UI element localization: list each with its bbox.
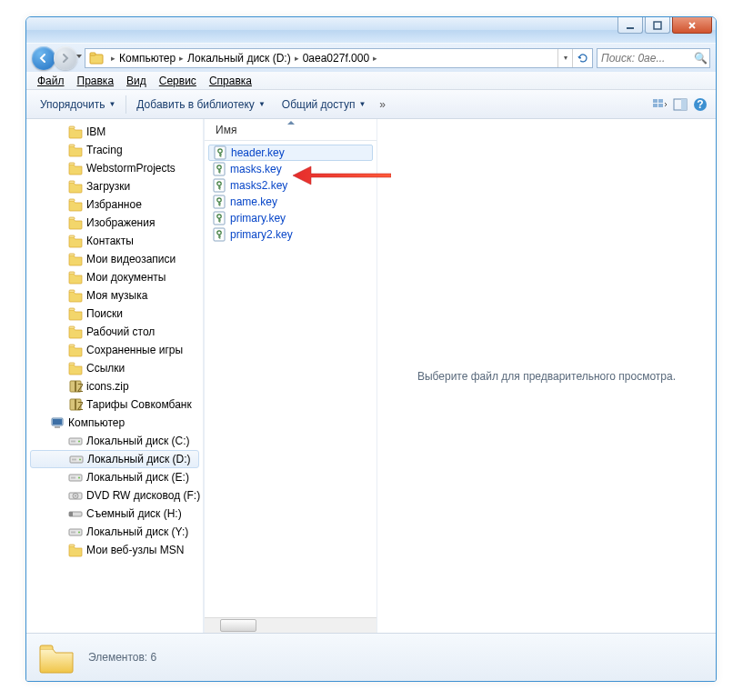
svg-point-22 xyxy=(78,441,80,443)
toolbar-overflow[interactable]: » xyxy=(374,98,391,111)
key-file-icon xyxy=(212,162,226,176)
tree-item-tracing[interactable]: Tracing xyxy=(26,141,203,159)
tree-item-мои-видеозаписи[interactable]: Мои видеозаписи xyxy=(26,250,203,268)
key-file-icon xyxy=(212,227,226,242)
maximize-button[interactable] xyxy=(645,17,670,34)
tree-item-компьютер[interactable]: Компьютер xyxy=(26,414,203,432)
tree-item-поиски[interactable]: Поиски xyxy=(26,305,203,323)
tree-item-тарифы-совкомбанк[interactable]: ZIPТарифы Совкомбанк xyxy=(26,395,203,414)
refresh-button[interactable] xyxy=(572,49,592,67)
forward-button[interactable] xyxy=(54,46,77,70)
add-to-library-button[interactable]: Добавить в библиотеку▼ xyxy=(128,94,273,115)
tree-item-локальный-диск-d-[interactable]: Локальный диск (D:) xyxy=(30,450,199,468)
tree-item-локальный-диск-e-[interactable]: Локальный диск (E:) xyxy=(26,468,203,486)
titlebar xyxy=(26,17,716,43)
tree-item-локальный-диск-y-[interactable]: Локальный диск (Y:) xyxy=(26,523,203,541)
search-box[interactable]: 🔍 xyxy=(597,48,710,68)
breadcrumb-folder[interactable]: 0aea027f.000▸ xyxy=(301,49,379,67)
address-dropdown[interactable]: ▾ xyxy=(557,49,572,67)
tree-item-icons-zip[interactable]: ZIPicons.zip xyxy=(26,377,203,395)
folder-pic-icon xyxy=(68,215,83,230)
drive-icon xyxy=(68,434,83,448)
menu-file[interactable]: Файл xyxy=(32,73,70,89)
breadcrumb-computer[interactable]: Компьютер▸ xyxy=(117,49,186,67)
zip-icon: ZIP xyxy=(68,397,83,412)
body: IBMTracingWebstormProjectsЗагрузкиИзбран… xyxy=(26,119,716,634)
file-primary2-key[interactable]: primary2.key xyxy=(205,226,377,243)
tree-item-загрузки[interactable]: Загрузки xyxy=(26,177,203,195)
share-button[interactable]: Общий доступ▼ xyxy=(274,94,375,115)
file-primary-key[interactable]: primary.key xyxy=(205,210,377,226)
status-text: Элементов: 6 xyxy=(88,651,156,664)
menu-tools[interactable]: Сервис xyxy=(154,73,202,89)
horizontal-scrollbar[interactable] xyxy=(205,617,377,633)
drive-icon xyxy=(69,452,84,466)
file-masks2-key[interactable]: masks2.key xyxy=(205,177,377,194)
navigation-tree[interactable]: IBMTracingWebstormProjectsЗагрузкиИзбран… xyxy=(26,119,203,633)
nav-buttons xyxy=(32,46,79,70)
tree-item-webstormprojects[interactable]: WebstormProjects xyxy=(26,159,203,177)
dvd-icon xyxy=(68,488,83,503)
back-button[interactable] xyxy=(32,46,55,70)
nav-history-dropdown[interactable] xyxy=(76,55,82,58)
svg-rect-16 xyxy=(75,399,76,410)
svg-rect-29 xyxy=(71,477,75,479)
svg-rect-20 xyxy=(55,426,60,428)
preview-pane-button[interactable] xyxy=(670,95,690,115)
tree-item-рабочий-стол[interactable]: Рабочий стол xyxy=(26,323,203,341)
usb-icon xyxy=(68,506,83,521)
tree-item-изображения[interactable]: Изображения xyxy=(26,214,203,232)
tree-item-dvd-rw-дисковод-f-[interactable]: DVD RW дисковод (F:) xyxy=(26,486,203,505)
file-header-key[interactable]: header.key xyxy=(208,145,373,161)
scrollbar-thumb[interactable] xyxy=(220,619,256,632)
tree-item-контакты[interactable]: Контакты xyxy=(26,232,203,250)
menu-view[interactable]: Вид xyxy=(121,73,152,89)
key-file-icon xyxy=(212,211,226,225)
breadcrumb-root[interactable]: ▸ xyxy=(107,49,117,67)
svg-rect-37 xyxy=(71,532,75,534)
tree-item-ibm[interactable]: IBM xyxy=(26,123,203,141)
menu-edit[interactable]: Правка xyxy=(72,73,120,89)
svg-point-25 xyxy=(79,459,81,461)
minimize-button[interactable] xyxy=(617,17,643,34)
svg-rect-19 xyxy=(53,419,62,425)
tree-item-сохраненные-игры[interactable]: Сохраненные игры xyxy=(26,341,203,359)
content-area: Имя header.keymasks.keymasks2.keyname.ke… xyxy=(205,119,716,633)
svg-rect-5 xyxy=(658,99,663,103)
organize-button[interactable]: Упорядочить▼ xyxy=(32,94,124,115)
folder-links-icon xyxy=(68,361,83,375)
menu-help[interactable]: Справка xyxy=(204,73,257,89)
separator xyxy=(126,95,126,114)
svg-rect-0 xyxy=(627,27,634,29)
close-button[interactable] xyxy=(672,17,712,34)
tree-item-съемный-диск-h-[interactable]: Съемный диск (H:) xyxy=(26,505,203,523)
svg-rect-6 xyxy=(653,104,658,107)
address-bar[interactable]: ▸ Компьютер▸ Локальный диск (D:)▸ 0aea02… xyxy=(85,48,593,68)
folder-icon xyxy=(89,51,104,65)
menu-bar: Файл Правка Вид Сервис Справка xyxy=(26,72,716,90)
column-header-name[interactable]: Имя xyxy=(205,119,377,141)
svg-rect-1 xyxy=(654,22,661,29)
tree-item-ссылки[interactable]: Ссылки xyxy=(26,359,203,377)
file-name-key[interactable]: name.key xyxy=(205,194,377,210)
breadcrumb-drive-d[interactable]: Локальный диск (D:)▸ xyxy=(186,49,301,67)
folder-icon xyxy=(68,179,83,194)
key-file-icon xyxy=(212,195,226,209)
tree-item-моя-музыка[interactable]: Моя музыка xyxy=(26,286,203,305)
view-mode-button[interactable] xyxy=(650,95,670,115)
svg-rect-4 xyxy=(653,99,658,103)
search-input[interactable] xyxy=(597,52,691,65)
file-list: Имя header.keymasks.keymasks2.keyname.ke… xyxy=(205,119,377,633)
tree-item-локальный-диск-c-[interactable]: Локальный диск (C:) xyxy=(26,432,203,450)
tree-item-избранное[interactable]: Избранное xyxy=(26,195,203,214)
svg-rect-26 xyxy=(72,459,76,461)
tree-item-мои-веб-узлы-msn[interactable]: Мои веб-узлы MSN xyxy=(26,541,203,559)
svg-point-32 xyxy=(75,495,76,497)
help-button[interactable]: ? xyxy=(690,95,710,115)
tree-item-мои-документы[interactable]: Мои документы xyxy=(26,268,203,286)
file-rows: header.keymasks.keymasks2.keyname.keypri… xyxy=(205,141,377,617)
svg-rect-23 xyxy=(71,441,75,443)
drive-icon xyxy=(68,525,83,539)
file-masks-key[interactable]: masks.key xyxy=(205,161,377,177)
zip-icon: ZIP xyxy=(68,379,83,394)
